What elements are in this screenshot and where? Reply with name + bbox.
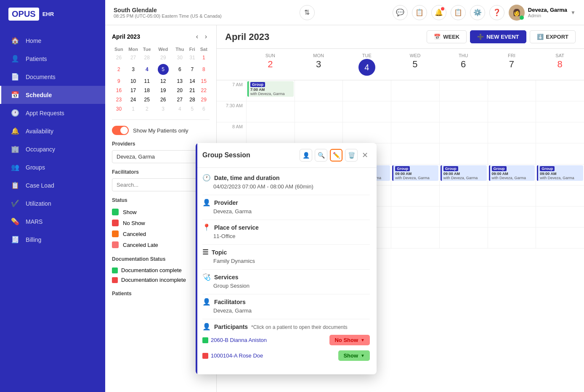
day-slot[interactable]: Group09:00 AMwith Deveza, Garma (488, 164, 536, 185)
mini-cal-day[interactable]: 3 (153, 104, 173, 114)
chat-button[interactable]: 💬 (393, 5, 408, 20)
mini-cal-day[interactable]: 5 (153, 62, 173, 77)
week-view-button[interactable]: 📅 WEEK (427, 30, 467, 43)
event-chip[interactable]: Group09:00 AMwith Deveza, Garma (392, 165, 438, 181)
day-slot[interactable] (488, 143, 536, 164)
mini-cal-day[interactable]: 5 (186, 104, 198, 114)
mini-cal-day[interactable]: 29 (198, 95, 210, 104)
mini-cal-day[interactable]: 28 (186, 95, 198, 104)
day-slot[interactable] (439, 228, 488, 249)
day-slot[interactable] (536, 143, 584, 164)
mini-cal-prev[interactable]: ‹ (194, 32, 201, 41)
mini-cal-day[interactable]: 20 (173, 86, 186, 95)
day-slot[interactable] (342, 122, 391, 143)
mini-cal-day[interactable]: 28 (141, 53, 153, 62)
day-slot[interactable] (439, 207, 488, 228)
day-slot[interactable] (342, 101, 391, 122)
help-button[interactable]: ❓ (489, 5, 504, 20)
mini-cal-next[interactable]: › (202, 32, 210, 41)
mini-cal-day[interactable]: 27 (173, 95, 186, 104)
day-slot[interactable] (342, 80, 391, 101)
export-button[interactable]: ⬇️ EXPORT (530, 30, 576, 43)
mini-cal-day[interactable]: 18 (141, 86, 153, 95)
notifications-button[interactable]: 🔔 (431, 5, 446, 20)
day-slot[interactable] (391, 122, 439, 143)
day-slot[interactable] (295, 80, 343, 101)
day-slot[interactable] (488, 80, 536, 101)
sidebar-item-occupancy[interactable]: 🏢 Occupancy (0, 140, 105, 158)
mini-cal-day[interactable]: 26 (153, 95, 173, 104)
notes-button[interactable]: 📋 (412, 5, 427, 20)
day-slot[interactable]: Group7:00 AMwith Deveza, Garma (246, 80, 295, 101)
popup-edit-button[interactable]: ✏️ (330, 149, 342, 162)
day-slot[interactable]: Group09:00 AMwith Deveza, Garma (391, 164, 439, 185)
mini-cal-day[interactable]: 7 (186, 62, 198, 77)
mini-cal-day[interactable]: 11 (141, 77, 153, 86)
mini-cal-day[interactable]: 19 (153, 86, 173, 95)
event-chip[interactable]: Group09:00 AMwith Deveza, Garma (441, 165, 487, 181)
day-slot[interactable] (391, 143, 439, 164)
day-slot[interactable] (439, 122, 488, 143)
sidebar-item-utilization[interactable]: ✔️ Utilization (0, 194, 105, 212)
mini-cal-day[interactable]: 30 (112, 104, 126, 114)
mini-cal-day[interactable]: 31 (186, 53, 198, 62)
day-slot[interactable]: Group09:00 AMwith Deveza, Garma (439, 164, 488, 185)
mini-cal-day[interactable]: 15 (198, 77, 210, 86)
mini-cal-day[interactable]: 29 (153, 53, 173, 62)
day-slot[interactable] (536, 122, 584, 143)
sidebar-item-billing[interactable]: 🧾 Billing (0, 230, 105, 249)
day-slot[interactable] (439, 101, 488, 122)
sidebar-item-availability[interactable]: 🔔 Availability (0, 122, 105, 140)
day-slot[interactable] (439, 143, 488, 164)
sidebar-item-mars[interactable]: 💊 MARS (0, 212, 105, 230)
participant-1-status-badge[interactable]: No Show ▼ (329, 335, 370, 345)
facilitators-search[interactable] (112, 178, 210, 191)
day-slot[interactable] (488, 122, 536, 143)
sidebar-item-schedule[interactable]: 📅 Schedule (0, 86, 105, 104)
sidebar-item-groups[interactable]: 👥 Groups (0, 158, 105, 176)
event-chip[interactable]: Group7:00 AMwith Deveza, Garma (247, 81, 294, 97)
day-slot[interactable] (488, 207, 536, 228)
popup-delete-button[interactable]: 🗑️ (345, 149, 358, 162)
mini-cal-day[interactable]: 2 (141, 104, 153, 114)
day-slot[interactable] (391, 80, 439, 101)
participant-2-link[interactable]: 1000104-A Rose Doe (202, 352, 263, 359)
mini-cal-day[interactable]: 4 (173, 104, 186, 114)
sidebar-item-home[interactable]: 🏠 Home (0, 32, 105, 50)
user-menu[interactable]: 👩 Deveza, Garma Admin ▼ (509, 5, 576, 21)
day-slot[interactable] (391, 101, 439, 122)
sidebar-item-patients[interactable]: 👤 Patients (0, 50, 105, 68)
event-chip[interactable]: Group09:00 AMwith Deveza, Garma (537, 165, 583, 181)
mini-cal-day[interactable]: 25 (141, 95, 153, 104)
day-slot[interactable] (488, 101, 536, 122)
day-slot[interactable] (536, 101, 584, 122)
mini-cal-day[interactable]: 1 (126, 104, 141, 114)
sidebar-item-appt-requests[interactable]: 🕐 Appt Requests (0, 104, 105, 122)
sidebar-item-documents[interactable]: 📄 Documents (0, 68, 105, 86)
day-slot[interactable] (391, 207, 439, 228)
day-slot[interactable]: Group09:00 AMwith Deveza, Garma (536, 164, 584, 185)
day-slot[interactable] (295, 122, 343, 143)
mini-cal-day[interactable]: 10 (126, 77, 141, 86)
mini-cal-day[interactable]: 2 (112, 62, 126, 77)
providers-input[interactable] (112, 150, 210, 163)
mini-cal-day[interactable]: 27 (126, 53, 141, 62)
mini-cal-day[interactable]: 4 (141, 62, 153, 77)
mini-cal-day[interactable]: 17 (126, 86, 141, 95)
clipboard-button[interactable]: 📋 (451, 5, 466, 20)
mini-cal-day[interactable]: 6 (198, 104, 210, 114)
mini-cal-day[interactable]: 24 (126, 95, 141, 104)
day-slot[interactable] (439, 185, 488, 207)
mini-cal-day[interactable]: 8 (198, 62, 210, 77)
mini-cal-day[interactable]: 13 (173, 77, 186, 86)
new-event-button[interactable]: ➕ NEW EVENT (470, 30, 526, 43)
swap-location-button[interactable]: ⇅ (300, 5, 315, 20)
day-slot[interactable] (488, 185, 536, 207)
mini-cal-day[interactable]: 16 (112, 86, 126, 95)
mini-cal-day[interactable]: 6 (173, 62, 186, 77)
popup-profile-button[interactable]: 👤 (300, 149, 312, 162)
mini-cal-day[interactable]: 26 (112, 53, 126, 62)
popup-close-button[interactable]: ✕ (360, 151, 370, 160)
mini-cal-day[interactable]: 12 (153, 77, 173, 86)
day-slot[interactable] (391, 185, 439, 207)
